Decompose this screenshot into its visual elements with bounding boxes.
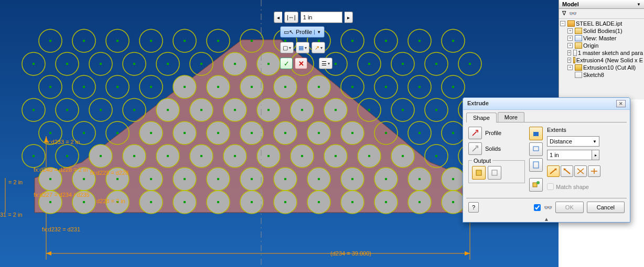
list-icon: ☰ bbox=[321, 60, 327, 67]
op-asymmetric-button[interactable] bbox=[588, 165, 600, 177]
svg-rect-175 bbox=[251, 178, 253, 180]
model-browser-panel: Model ▼ ∇ 👓 −STEEL BLADE.ipt +Solid Bodi… bbox=[559, 0, 644, 99]
svg-rect-195 bbox=[150, 201, 152, 203]
ok-button[interactable]: OK bbox=[555, 202, 584, 213]
distance-next-arrow[interactable]: ▸ bbox=[345, 12, 353, 23]
extents-value-spinner[interactable]: ▸ bbox=[592, 150, 599, 160]
svg-rect-65 bbox=[217, 86, 219, 88]
svg-rect-31 bbox=[100, 63, 102, 65]
svg-marker-215 bbox=[46, 251, 51, 255]
cursor-profile-icon: ▭↖ bbox=[284, 29, 294, 36]
svg-rect-139 bbox=[100, 155, 102, 157]
tab-more[interactable]: More bbox=[498, 112, 524, 122]
svg-rect-49 bbox=[402, 63, 404, 65]
cancel-x-button[interactable]: ✕ bbox=[295, 58, 307, 69]
svg-rect-109 bbox=[49, 132, 51, 134]
filter-icon[interactable]: ∇ bbox=[562, 10, 566, 17]
svg-rect-75 bbox=[385, 86, 387, 88]
op-join-button[interactable] bbox=[547, 165, 560, 177]
extents-mode-combo[interactable]: Distance ▼ bbox=[547, 136, 599, 147]
help-button[interactable]: ? bbox=[468, 202, 479, 213]
extents-value-input[interactable] bbox=[547, 150, 592, 160]
op-intersect-button[interactable] bbox=[574, 165, 587, 177]
svg-rect-171 bbox=[184, 178, 186, 180]
svg-rect-97 bbox=[301, 109, 303, 111]
direction-symmetric-button[interactable] bbox=[529, 158, 543, 172]
svg-rect-13 bbox=[251, 40, 253, 42]
profile-select-button[interactable]: ▭↖ Profile ▼ bbox=[280, 26, 325, 38]
op-cut-button[interactable] bbox=[561, 165, 573, 177]
tree-item-solid-bodies[interactable]: +Solid Bodies(1) bbox=[567, 27, 643, 35]
distance-input[interactable] bbox=[300, 12, 342, 23]
tree-item-origin[interactable]: +Origin bbox=[567, 42, 643, 49]
arrow-type-icon: ↗ bbox=[315, 44, 319, 51]
svg-rect-236 bbox=[533, 183, 537, 187]
svg-rect-73 bbox=[351, 86, 353, 88]
chevron-down-icon: ▼ bbox=[637, 2, 641, 7]
svg-rect-123 bbox=[284, 132, 286, 134]
svg-text:fx:d233 = 2 in: fx:d233 = 2 in bbox=[45, 139, 80, 145]
svg-rect-33 bbox=[133, 63, 135, 65]
tree-root[interactable]: −STEEL BLADE.ipt bbox=[560, 20, 643, 27]
svg-point-237 bbox=[536, 181, 540, 184]
svg-rect-99 bbox=[335, 109, 337, 111]
svg-rect-117 bbox=[184, 132, 186, 134]
svg-text:= 2 in: = 2 in bbox=[8, 179, 23, 185]
tree-item-view[interactable]: +View: Master bbox=[567, 35, 643, 42]
cube-icon: ▢ bbox=[283, 44, 288, 51]
svg-rect-91 bbox=[200, 109, 202, 111]
svg-rect-207 bbox=[351, 201, 353, 203]
svg-rect-177 bbox=[284, 178, 286, 180]
svg-rect-29 bbox=[66, 63, 68, 65]
model-browser-header[interactable]: Model ▼ bbox=[559, 0, 644, 9]
close-icon[interactable]: ✕ bbox=[616, 100, 626, 107]
direction-1-button[interactable] bbox=[529, 127, 543, 140]
svg-rect-233 bbox=[533, 132, 539, 136]
svg-rect-27 bbox=[33, 63, 35, 65]
output-surface-button[interactable] bbox=[488, 166, 501, 180]
svg-rect-83 bbox=[66, 109, 68, 111]
apply-check-button[interactable]: ✓ bbox=[280, 58, 293, 69]
direction-2-button[interactable] bbox=[529, 142, 543, 156]
output-solid-button[interactable] bbox=[472, 166, 486, 180]
new-solid-button[interactable] bbox=[529, 178, 543, 192]
svg-rect-169 bbox=[150, 178, 152, 180]
svg-rect-181 bbox=[351, 178, 353, 180]
preview-checkbox[interactable] bbox=[534, 204, 541, 211]
operation-direction-button[interactable]: ▦ bbox=[296, 42, 309, 53]
profile-picker-button[interactable] bbox=[468, 127, 482, 139]
svg-rect-133 bbox=[452, 132, 454, 134]
svg-rect-67 bbox=[251, 86, 253, 88]
tree-item-extrusion10[interactable]: +Extrusion10 (Cut All) bbox=[567, 64, 643, 71]
svg-rect-205 bbox=[318, 201, 320, 203]
svg-rect-131 bbox=[418, 132, 421, 134]
svg-rect-119 bbox=[217, 132, 219, 134]
solids-label: Solids bbox=[485, 146, 501, 152]
svg-rect-165 bbox=[83, 178, 85, 180]
svg-rect-3 bbox=[83, 40, 85, 42]
svg-rect-57 bbox=[83, 86, 85, 88]
svg-rect-55 bbox=[49, 86, 51, 88]
distance-icon-button[interactable]: |↔| bbox=[284, 12, 298, 23]
svg-rect-111 bbox=[83, 132, 85, 134]
svg-rect-103 bbox=[402, 109, 404, 111]
tree-item-extrusion4[interactable]: +Extrusion4 (New Solid x E bbox=[567, 57, 643, 64]
tab-shape[interactable]: Shape bbox=[466, 113, 497, 123]
solids-picker-button[interactable] bbox=[468, 142, 482, 155]
distance-prev-arrow[interactable]: ◂ bbox=[274, 12, 282, 23]
distance-icon: |↔| bbox=[287, 14, 296, 20]
operation-output-button[interactable]: ▢ bbox=[280, 42, 294, 53]
svg-rect-189 bbox=[49, 201, 51, 203]
cancel-button[interactable]: Cancel bbox=[587, 202, 625, 213]
tree-item-master-sketch[interactable]: +1 master sketch and para bbox=[567, 49, 643, 57]
tree-item-sketch8[interactable]: Sketch8 bbox=[567, 71, 643, 79]
svg-rect-9 bbox=[184, 40, 186, 42]
svg-rect-59 bbox=[116, 86, 119, 88]
model-browser-toolbar: ∇ 👓 bbox=[559, 9, 644, 19]
options-menu-button[interactable]: ☰ bbox=[319, 58, 332, 69]
binoculars-icon[interactable]: 👓 bbox=[569, 10, 577, 17]
operation-type-button[interactable]: ↗ bbox=[312, 42, 325, 53]
extrude-dialog-titlebar[interactable]: Extrude ✕ bbox=[463, 98, 630, 110]
svg-rect-232 bbox=[492, 170, 497, 175]
dialog-expander[interactable]: ▲ bbox=[463, 216, 630, 222]
